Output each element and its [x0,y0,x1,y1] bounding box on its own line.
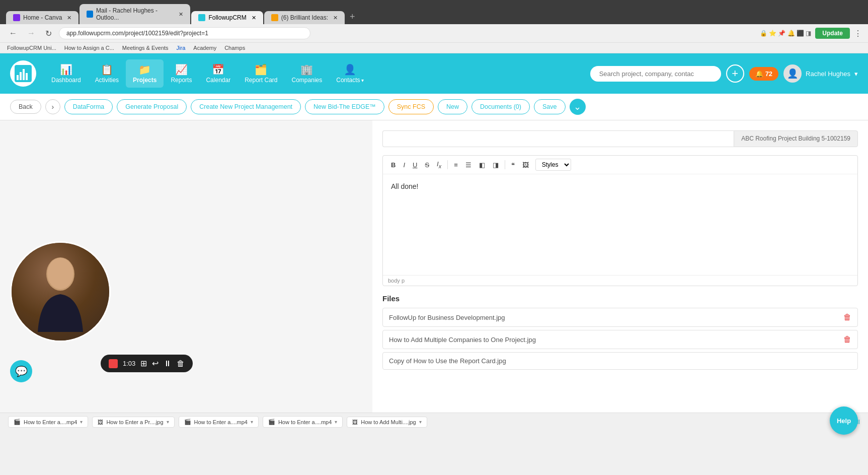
nav-item-contacts[interactable]: 👤 Contacts▾ [329,59,370,88]
back-nav-button[interactable]: Back [10,100,41,114]
new-button[interactable]: New [438,99,467,114]
download-item-4[interactable]: 🎬 How to Enter a....mp4 ▾ [263,416,343,428]
editor-footer: body p [383,275,857,286]
new-bid-button[interactable]: New Bid-The EDGE™ [305,99,384,114]
contacts-icon: 👤 [344,63,356,76]
left-panel: 1:03 ⊞ ↩ ⏸ 🗑 💬 [0,120,372,413]
crm-favicon [198,14,205,21]
notification-button[interactable]: 🔔 72 [749,67,778,81]
delete-video-button[interactable]: 🗑 [177,359,185,368]
main-content: 1:03 ⊞ ↩ ⏸ 🗑 💬 ABC Roofing Project Build… [0,120,868,413]
outlook-close-icon[interactable]: ✕ [179,11,183,18]
downloads-bar: 🎬 How to Enter a....mp4 ▾ 🖼 How to Enter… [0,413,868,431]
add-tab-button[interactable]: + [346,10,359,24]
bookmark-champs[interactable]: Champs [224,45,245,51]
download-item-2[interactable]: 🖼 How to Enter a Pr....jpg ▾ [92,417,174,428]
tab-outlook[interactable]: Mail - Rachel Hughes - Outloo... ✕ [80,4,190,24]
styles-select[interactable]: Styles [535,159,571,171]
user-avatar: 👤 [783,64,802,83]
file-item-2: How to Add Multiple Companies to One Pro… [382,330,858,349]
grid-button[interactable]: ⊞ [140,359,147,368]
download-arrow-2: ▾ [167,419,169,425]
chat-bubble[interactable]: 💬 [10,360,32,382]
svg-rect-2 [20,72,22,80]
crm-close-icon[interactable]: ✕ [252,15,256,21]
bookmark-academy[interactable]: Academy [193,45,216,51]
tab-canva[interactable]: Home - Canva ✕ [6,11,78,24]
canva-close-icon[interactable]: ✕ [67,15,71,21]
bookmark-assign[interactable]: How to Assign a C... [64,45,114,51]
download-icon-4: 🎬 [268,419,275,425]
pause-button[interactable]: ⏸ [164,359,172,368]
bold-button[interactable]: B [388,160,399,170]
strikethrough-button[interactable]: S [422,160,432,170]
search-input[interactable] [590,66,721,82]
update-button[interactable]: Update [815,28,850,39]
calendar-icon: 📅 [212,63,224,76]
back-button[interactable]: ← [6,28,20,39]
nav-item-dashboard[interactable]: 📊 Dashboard [44,59,88,88]
blockquote-button[interactable]: ❝ [508,160,518,170]
project-title-bar: ABC Roofing Project Building 5-1002159 [382,130,858,147]
documents-button[interactable]: Documents (0) [471,99,530,114]
nav-item-reports[interactable]: 📈 Reports [164,59,199,88]
tab-crm[interactable]: FollowupCRM ✕ [191,11,263,24]
svg-rect-3 [23,69,25,80]
generate-proposal-button[interactable]: Generate Proposal [117,99,187,114]
projects-icon: 📁 [138,63,151,76]
unordered-list-button[interactable]: ☰ [462,160,475,170]
nav-item-companies[interactable]: 🏢 Companies [285,59,330,88]
tab-brilliant[interactable]: (6) Brilliant Ideas: ✕ [264,11,345,24]
bookmark-crm-uni[interactable]: FollowupCRM Uni... [7,45,56,51]
create-new-project-button[interactable]: Create New Project Management [191,99,301,114]
nav-item-calendar[interactable]: 📅 Calendar [199,59,238,88]
logo-icon [15,65,32,82]
help-button[interactable]: Help [830,406,858,435]
url-bar[interactable] [59,27,310,39]
crm-tab-label: FollowupCRM [208,14,246,21]
image-button[interactable]: 🖼 [519,160,532,170]
refresh-button[interactable]: ↻ [42,28,55,39]
forward-nav-button[interactable]: › [45,99,60,114]
toolbar-separator-1 [447,160,448,169]
user-menu[interactable]: 👤 Rachel Hughes ▾ [783,64,858,83]
download-item-5[interactable]: 🖼 How to Add Multi....jpg ▾ [347,417,427,428]
bookmark-meetings[interactable]: Meetings & Events [122,45,169,51]
nav-item-activities[interactable]: 📋 Activities [88,59,126,88]
project-title-input[interactable] [382,130,734,147]
file-delete-1[interactable]: 🗑 [843,313,851,322]
more-options-button[interactable]: ⌄ [570,99,586,115]
underline-button[interactable]: U [410,160,420,170]
save-button[interactable]: Save [534,99,566,114]
brilliant-close-icon[interactable]: ✕ [333,15,338,21]
nav-item-projects[interactable]: 📁 Projects [126,59,164,88]
undo-button[interactable]: ↩ [152,359,159,368]
dataforma-button[interactable]: DataForma [64,99,113,114]
bookmark-jira[interactable]: Jira [177,45,186,51]
nav-item-report-card[interactable]: 🗂️ Report Card [238,59,284,88]
forward-button[interactable]: → [24,28,38,39]
download-arrow-4: ▾ [335,419,337,425]
download-item-3[interactable]: 🎬 How to Enter a....mp4 ▾ [179,416,259,428]
editor-body[interactable]: All done! [383,174,857,275]
download-arrow-1: ▾ [80,419,83,425]
report-card-label: Report Card [245,77,277,84]
app-logo[interactable] [10,60,36,87]
download-icon-2: 🖼 [98,419,103,425]
file-item-3: Copy of How to Use the Report Card.jpg [382,352,858,370]
app-header: 📊 Dashboard 📋 Activities 📁 Projects 📈 Re… [0,53,868,94]
ordered-list-button[interactable]: ≡ [451,160,461,170]
download-label-4: How to Enter a....mp4 [278,419,332,425]
italic2-button[interactable]: Ix [434,159,444,171]
sync-fcs-button[interactable]: Sync FCS [388,99,434,114]
add-button[interactable]: + [726,64,744,83]
more-button[interactable]: ⋮ [854,29,862,38]
file-delete-2[interactable]: 🗑 [843,335,851,344]
rich-text-editor: B I U S Ix ≡ ☰ ◧ ◨ ❝ 🖼 Styles [382,155,858,286]
file-name-2: How to Add Multiple Companies to One Pro… [389,336,536,344]
align-right-button[interactable]: ◨ [490,160,502,170]
person-silhouette [30,251,91,332]
italic-button[interactable]: I [400,160,408,170]
align-left-button[interactable]: ◧ [476,160,488,170]
download-item-1[interactable]: 🎬 How to Enter a....mp4 ▾ [8,416,88,428]
